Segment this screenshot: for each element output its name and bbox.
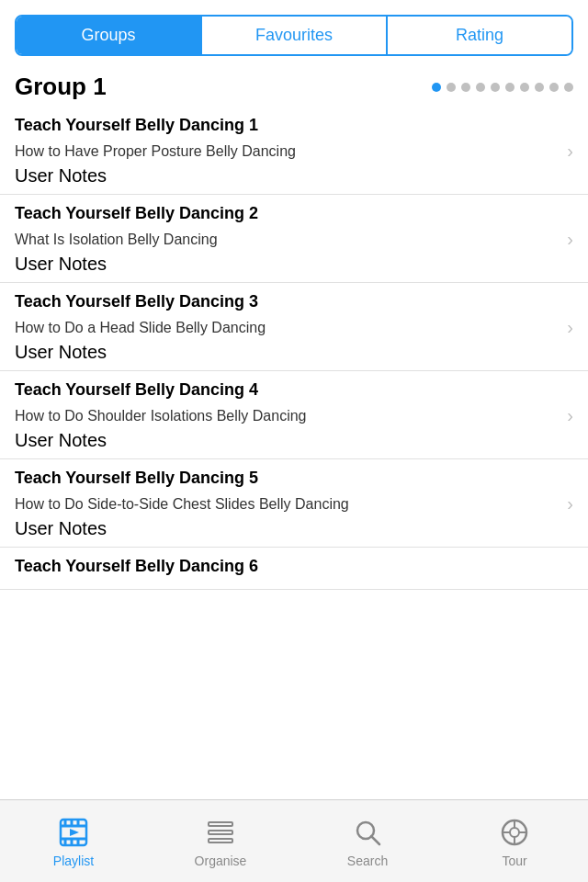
svg-line-14 [371, 836, 379, 844]
bottom-tab-playlist[interactable]: Playlist [0, 808, 147, 876]
svg-rect-11 [209, 831, 232, 834]
dot-4 [476, 83, 485, 92]
item-title: Teach Yourself Belly Dancing 6 [15, 557, 573, 576]
dot-9 [549, 83, 559, 92]
item-title: Teach Yourself Belly Dancing 2 [15, 204, 573, 223]
chevron-right-icon: › [567, 229, 573, 250]
organise-label: Organise [195, 854, 247, 868]
svg-rect-7 [71, 840, 73, 845]
dot-8 [535, 83, 544, 92]
bottom-tab-organise[interactable]: Organise [147, 808, 294, 876]
svg-rect-3 [64, 820, 66, 825]
svg-rect-5 [77, 820, 79, 825]
chevron-right-icon: › [567, 493, 573, 514]
dot-10 [564, 83, 573, 92]
list-item[interactable]: Teach Yourself Belly Dancing 3 How to Do… [0, 283, 588, 371]
dot-2 [447, 83, 456, 92]
item-subtitle: How to Do Side-to-Side Chest Slides Bell… [15, 496, 349, 513]
bottom-tab-tour[interactable]: Tour [441, 808, 588, 876]
item-subtitle: What Is Isolation Belly Dancing [15, 232, 218, 248]
svg-rect-6 [64, 840, 66, 845]
item-subtitle: How to Have Proper Posture Belly Dancing [15, 143, 296, 160]
item-subtitle: How to Do a Head Slide Belly Dancing [15, 320, 266, 336]
bottom-tab-search[interactable]: Search [294, 808, 441, 876]
svg-rect-12 [209, 839, 232, 842]
dot-3 [461, 83, 470, 92]
list-item[interactable]: Teach Yourself Belly Dancing 5 How to Do… [0, 459, 588, 548]
item-title: Teach Yourself Belly Dancing 1 [15, 116, 573, 135]
group-title: Group 1 [15, 73, 107, 101]
user-notes: User Notes [15, 518, 573, 539]
pagination-dots [432, 83, 573, 92]
tour-label: Tour [502, 854, 526, 868]
tab-favourites[interactable]: Favourites [202, 17, 388, 54]
chevron-right-icon: › [567, 317, 573, 338]
tab-groups[interactable]: Groups [17, 17, 202, 54]
item-subtitle: How to Do Shoulder Isolations Belly Danc… [15, 408, 307, 424]
list-item[interactable]: Teach Yourself Belly Dancing 2 What Is I… [0, 195, 588, 283]
chevron-right-icon: › [567, 405, 573, 426]
svg-rect-4 [71, 820, 73, 825]
user-notes: User Notes [15, 342, 573, 363]
svg-rect-10 [209, 822, 232, 826]
item-subtitle-row: How to Do a Head Slide Belly Dancing › [15, 317, 573, 338]
dot-5 [491, 83, 500, 92]
user-notes: User Notes [15, 165, 573, 187]
item-title: Teach Yourself Belly Dancing 4 [15, 380, 573, 400]
svg-rect-8 [77, 840, 79, 845]
svg-point-16 [510, 828, 519, 837]
dot-6 [505, 83, 514, 92]
top-tab-bar: Groups Favourites Rating [15, 15, 573, 56]
item-subtitle-row: How to Do Shoulder Isolations Belly Danc… [15, 405, 573, 426]
search-label: Search [347, 854, 388, 868]
tour-icon [497, 815, 532, 850]
playlist-label: Playlist [53, 854, 94, 868]
dot-7 [520, 83, 529, 92]
list-item[interactable]: Teach Yourself Belly Dancing 6 [0, 548, 588, 590]
tab-rating[interactable]: Rating [388, 17, 571, 54]
organise-icon [203, 815, 238, 850]
bottom-tab-bar: Playlist Organise Search [0, 799, 588, 882]
list-item[interactable]: Teach Yourself Belly Dancing 1 How to Ha… [0, 107, 588, 195]
list-item[interactable]: Teach Yourself Belly Dancing 4 How to Do… [0, 371, 588, 459]
item-title: Teach Yourself Belly Dancing 3 [15, 292, 573, 311]
item-subtitle-row: How to Do Side-to-Side Chest Slides Bell… [15, 493, 573, 514]
item-subtitle-row: What Is Isolation Belly Dancing › [15, 229, 573, 250]
playlist-icon [56, 815, 91, 850]
item-subtitle-row: How to Have Proper Posture Belly Dancing… [15, 141, 573, 162]
items-list: Teach Yourself Belly Dancing 1 How to Ha… [0, 107, 588, 796]
chevron-right-icon: › [567, 141, 573, 162]
user-notes: User Notes [15, 254, 573, 275]
search-icon [350, 815, 385, 850]
item-title: Teach Yourself Belly Dancing 5 [15, 469, 573, 488]
dot-1 [432, 83, 441, 92]
svg-marker-9 [70, 829, 79, 836]
user-notes: User Notes [15, 430, 573, 451]
group-header: Group 1 [0, 63, 588, 107]
